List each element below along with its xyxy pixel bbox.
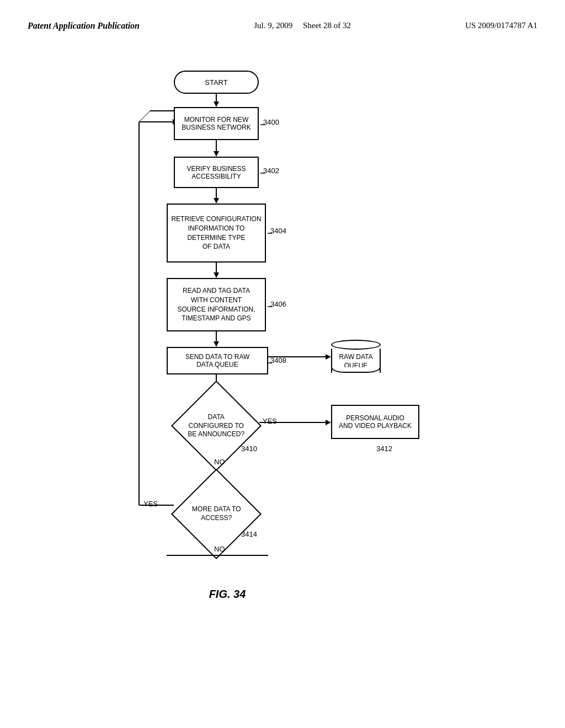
ref-tick-3404 bbox=[265, 229, 276, 237]
end-line bbox=[167, 555, 268, 556]
svg-marker-15 bbox=[326, 420, 331, 425]
figure-label: FIG. 34 bbox=[150, 588, 305, 601]
start-label: START bbox=[205, 78, 227, 87]
send-data-label: SEND DATA TO RAW DATA QUEUE bbox=[185, 353, 250, 368]
ref-3410: 3410 bbox=[241, 445, 257, 453]
header-date-sheet: Jul. 9, 2009 Sheet 28 of 32 bbox=[254, 21, 351, 30]
yes-label-2: YES bbox=[143, 500, 158, 508]
cylinder-top bbox=[331, 340, 381, 350]
flowchart: START MONITOR FOR NEW BUSINESS NETWORK 3… bbox=[95, 58, 470, 665]
read-tag-label: READ AND TAG DATA WITH CONTENT SOURCE IN… bbox=[177, 286, 255, 323]
ref-tick-3402 bbox=[258, 169, 269, 177]
ref-3414: 3414 bbox=[241, 530, 257, 538]
svg-marker-7 bbox=[214, 272, 219, 278]
raw-data-queue: RAW DATA QUEUE bbox=[331, 340, 381, 373]
personal-audio-node: PERSONAL AUDIO AND VIDEO PLAYBACK bbox=[331, 405, 419, 439]
data-configured-label: DATA CONFIGURED TO BE ANNOUNCED? bbox=[185, 413, 247, 439]
personal-audio-label: PERSONAL AUDIO AND VIDEO PLAYBACK bbox=[339, 414, 412, 430]
monitor-node: MONITOR FOR NEW BUSINESS NETWORK bbox=[174, 107, 259, 140]
verify-label: VERIFY BUSINESS ACCESSIBILITY bbox=[186, 165, 246, 180]
ref-3412: 3412 bbox=[376, 445, 392, 453]
svg-marker-1 bbox=[214, 101, 219, 107]
diagram-area: START MONITOR FOR NEW BUSINESS NETWORK 3… bbox=[22, 53, 543, 665]
read-tag-node: READ AND TAG DATA WITH CONTENT SOURCE IN… bbox=[167, 278, 266, 331]
ref-tick-3406 bbox=[265, 302, 276, 311]
verify-node: VERIFY BUSINESS ACCESSIBILITY bbox=[174, 157, 259, 188]
svg-marker-5 bbox=[214, 198, 219, 204]
yes-label-1: YES bbox=[263, 417, 277, 425]
send-data-node: SEND DATA TO RAW DATA QUEUE bbox=[167, 347, 268, 374]
header-date: Jul. 9, 2009 bbox=[254, 21, 292, 30]
page: Patent Application Publication Jul. 9, 2… bbox=[0, 0, 565, 728]
svg-marker-3 bbox=[214, 151, 219, 157]
retrieve-label: RETRIEVE CONFIGURATION INFORMATION TO DE… bbox=[171, 215, 261, 251]
start-node: START bbox=[174, 71, 259, 94]
ref-tick-3400 bbox=[258, 120, 269, 129]
header-patent-number: US 2009/0174787 A1 bbox=[465, 21, 537, 30]
retrieve-node: RETRIEVE CONFIGURATION INFORMATION TO DE… bbox=[167, 204, 266, 263]
ref-tick-3408 bbox=[265, 358, 276, 367]
no-label-1: NO bbox=[214, 458, 225, 466]
no-label-2: NO bbox=[214, 545, 225, 553]
more-data-label: MORE DATA TO ACCESS? bbox=[185, 505, 247, 522]
svg-line-25 bbox=[139, 111, 150, 122]
svg-marker-13 bbox=[326, 354, 331, 360]
header-sheet: Sheet 28 of 32 bbox=[303, 21, 351, 30]
svg-marker-9 bbox=[214, 341, 219, 347]
cylinder-bottom bbox=[331, 367, 381, 373]
header: Patent Application Publication Jul. 9, 2… bbox=[22, 11, 543, 36]
header-publication-label: Patent Application Publication bbox=[28, 21, 140, 31]
monitor-label: MONITOR FOR NEW BUSINESS NETWORK bbox=[182, 116, 250, 131]
